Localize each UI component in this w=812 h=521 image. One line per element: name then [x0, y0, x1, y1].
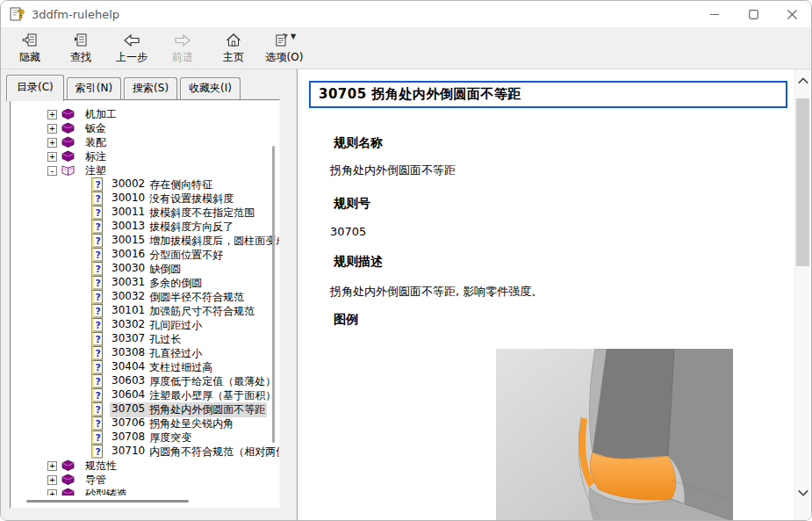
contents-tree[interactable]: + 机加工 + 钣金 +	[10, 99, 280, 509]
tree-item-code: 30011	[111, 206, 145, 221]
tree-expand-toggle[interactable]: +	[47, 475, 57, 485]
tree-item[interactable]: ? 30705拐角处内外倒圆面不等距	[11, 402, 278, 416]
tree-item-label: 内圆角不符合规范（相对两侧壁	[149, 445, 280, 459]
tree-item[interactable]: ? 30011拔模斜度不在指定范围	[11, 206, 278, 220]
tree-item[interactable]: ? 30710内圆角不符合规范（相对两侧壁	[11, 445, 278, 459]
rule-no-value: 30705	[298, 225, 794, 238]
tree-item[interactable]: ? 30101加强筋尺寸不符合规范	[11, 304, 278, 318]
topic-content: 30705 拐角处内外倒圆面不等距 规则名称 拐角处内外倒圆面不等距 规则号 3…	[298, 69, 794, 521]
maximize-button[interactable]	[734, 1, 772, 27]
svg-text:?: ?	[95, 179, 100, 191]
nav-tab[interactable]: 收藏夹(I)	[180, 77, 241, 99]
help-page-icon: ?	[91, 346, 106, 360]
tree-expand-toggle[interactable]: +	[47, 461, 57, 471]
tree-item[interactable]: + 导管	[11, 473, 278, 487]
tree-item[interactable]: ? 30706拐角处呈尖锐内角	[11, 416, 278, 431]
rule-title-box: 30705 拐角处内外倒圆面不等距	[309, 81, 787, 108]
tree-item-label: 拐角处内外倒圆面不等距	[149, 402, 265, 417]
help-page-icon: ?	[91, 431, 106, 445]
hide-button[interactable]: 隐藏	[4, 29, 55, 68]
tree-item-code: 30307	[111, 332, 145, 347]
svg-text:?: ?	[95, 193, 100, 205]
tree-item[interactable]: ? 30032倒圆半径不符合规范	[11, 290, 278, 304]
tree-item[interactable]: ? 30308孔直径过小	[11, 346, 278, 360]
help-page-icon: ?	[91, 374, 106, 388]
tree-item[interactable]: ? 30010没有设置拔模斜度	[11, 192, 278, 206]
tree-item-code: 30002	[111, 177, 145, 192]
tree-item[interactable]: ? 30708厚度突变	[11, 431, 278, 445]
tree-item-code: 30404	[111, 360, 145, 375]
tree-item[interactable]: ? 30013拔模斜度方向反了	[11, 220, 278, 234]
tree-item[interactable]: + 钣金	[11, 121, 278, 135]
closed-book-icon	[61, 149, 75, 163]
svg-text:?: ?	[95, 404, 100, 416]
tree-item[interactable]: + 装配	[11, 135, 278, 149]
svg-text:?: ?	[95, 292, 100, 303]
tree-item[interactable]: ? 30015增加拔模斜度后，圆柱面变成圆	[11, 234, 278, 248]
tree-item-code: 30603	[111, 374, 145, 389]
scrollbar-thumb[interactable]	[796, 98, 809, 266]
svg-text:?: ?	[95, 362, 100, 373]
rule-desc-value: 拐角处内外倒圆面不等距, 影响零件强度。	[298, 284, 794, 300]
tree-item-code: 30032	[111, 290, 145, 305]
tree-expand-toggle[interactable]: +	[47, 138, 57, 148]
help-page-icon: ?	[91, 276, 106, 290]
tree-item-label: 钣金	[85, 121, 106, 136]
tree-item-code: 30302	[111, 318, 145, 333]
tree-item-label: 装配	[85, 135, 106, 150]
svg-text:?: ?	[95, 235, 100, 247]
tree-item[interactable]: ? 30016分型面位置不好	[11, 248, 278, 262]
tree-item-label: 缺倒圆	[149, 262, 181, 277]
tree-expand-toggle[interactable]: +	[47, 110, 57, 119]
forward-button[interactable]: 前进	[157, 29, 208, 68]
tree-item-code: 30705	[111, 402, 145, 417]
svg-text:?: ?	[95, 376, 100, 387]
back-button[interactable]: 上一步	[106, 29, 157, 68]
tree-item[interactable]: ? 30307孔过长	[11, 332, 278, 346]
tree-item[interactable]: + 标注	[11, 149, 278, 163]
tree-item[interactable]: ? 30002存在侧向特征	[11, 177, 278, 192]
content-scrollbar[interactable]	[794, 69, 809, 521]
minimize-button[interactable]	[695, 1, 734, 27]
tree-item-label: 孔间距过小	[149, 318, 202, 333]
tree-item[interactable]: + 机加工	[11, 107, 278, 121]
svg-text:?: ?	[95, 264, 100, 275]
closed-book-icon	[61, 459, 75, 473]
options-button[interactable]: ▼ 选项(O)	[259, 29, 310, 68]
tree-item[interactable]: ? 30031多余的倒圆	[11, 276, 278, 290]
body-area: 目录(C)索引(N)搜索(S)收藏夹(I) + 机加工 +	[1, 69, 811, 521]
tree-expand-toggle[interactable]: +	[47, 124, 57, 134]
tree-item[interactable]: ? 30604注塑最小壁厚（基于面积）	[11, 388, 278, 402]
tree-item-code: 30101	[111, 304, 145, 319]
help-page-icon: ?	[91, 262, 106, 276]
tree-expand-toggle[interactable]: +	[47, 152, 57, 162]
tree-item-label: 机加工	[85, 107, 117, 122]
home-button[interactable]: 主页	[208, 29, 259, 68]
tree-item-label: 分型面位置不好	[149, 248, 223, 263]
nav-tab[interactable]: 索引(N)	[67, 77, 121, 99]
tree-item[interactable]: ? 30030缺倒圆	[11, 262, 278, 276]
svg-text:?: ?	[95, 446, 100, 458]
svg-text:?: ?	[95, 348, 100, 359]
tree-item[interactable]: - 注塑	[11, 163, 278, 177]
closed-book-icon	[61, 121, 75, 135]
nav-tab[interactable]: 目录(C)	[6, 75, 64, 101]
tree-horizontal-scrollbar[interactable]	[26, 500, 189, 503]
nav-tab[interactable]: 搜索(S)	[124, 77, 177, 99]
locate-button[interactable]: 查找	[55, 29, 106, 68]
tree-item[interactable]: ? 30404支柱过细过高	[11, 360, 278, 374]
minimize-icon	[710, 10, 720, 19]
chevron-down-icon	[797, 488, 809, 497]
scroll-up-button[interactable]	[796, 76, 809, 87]
tree-vertical-scrollbar[interactable]	[272, 146, 275, 443]
tree-item[interactable]: ? 30603厚度低于给定值（最薄处）	[11, 374, 278, 388]
close-button[interactable]	[772, 1, 811, 27]
tree-item[interactable]: + 规范性	[11, 459, 278, 473]
tree-item-label: 没有设置拔模斜度	[149, 192, 234, 206]
scroll-down-button[interactable]	[796, 488, 809, 499]
tree-item[interactable]: ? 30302孔间距过小	[11, 318, 278, 332]
window-title: 3ddfm-rulehelp	[32, 8, 119, 21]
tree-item-code: 30015	[111, 234, 145, 249]
help-page-icon: ?	[91, 220, 106, 234]
tree-expand-toggle[interactable]: -	[47, 166, 57, 176]
